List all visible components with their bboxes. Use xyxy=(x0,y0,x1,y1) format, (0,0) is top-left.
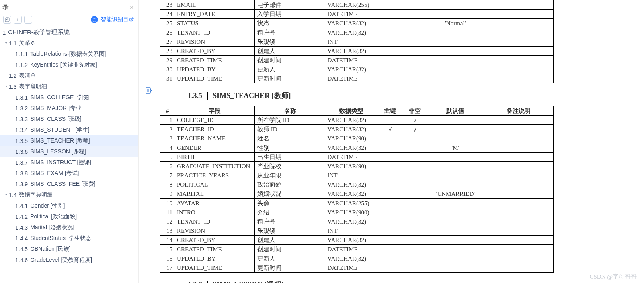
table-row: 17UPDATED_TIME更新时间DATETIME xyxy=(160,263,554,273)
table-row: 15CREATED_TIME创建时间DATETIME xyxy=(160,245,554,254)
table-row: 7PRACTICE_YEARS从业年限INT xyxy=(160,171,554,180)
tree-item-1-3-6[interactable]: 1.3.6SIMS_LESSON [课程] xyxy=(0,146,138,157)
table-row: 6GRADUATE_INSTITUTION毕业院校VARCHAR(90) xyxy=(160,162,554,171)
tree-item-1-3-4[interactable]: 1.3.4SIMS_STUDENT [学生] xyxy=(0,124,138,135)
table-row: 24ENTRY_DATE入学日期DATETIME xyxy=(160,10,554,19)
outline-tree: 1 CHINER-教学管理系统 ▾1.1关系图1.1.1TableRelatio… xyxy=(0,25,138,268)
table-row: 4GENDER性别VARCHAR(32)'M' xyxy=(160,143,554,153)
table-row: 25STATUS状态VARCHAR(32)'Normal' xyxy=(160,19,554,28)
document-pane[interactable]: 23EMAIL电子邮件VARCHAR(255)24ENTRY_DATE入学日期D… xyxy=(139,0,644,283)
table-row: 31UPDATED_TIME更新时间DATETIME xyxy=(160,74,554,83)
tree-root[interactable]: 1 CHINER-教学管理系统 xyxy=(0,27,138,38)
sidebar-title: 录 xyxy=(2,3,9,12)
close-icon[interactable]: ✕ xyxy=(129,4,134,11)
section-gutter-icon[interactable] xyxy=(145,87,152,95)
table-row: 13REVISION乐观锁INT xyxy=(160,226,554,236)
chevron-down-icon: ▾ xyxy=(3,41,9,45)
tree-item-1-3-5[interactable]: 1.3.5SIMS_TEACHER [教师] xyxy=(0,135,138,146)
table-row: 10AVATAR头像VARCHAR(255) xyxy=(160,199,554,208)
watermark: CSDN @字母哥哥 xyxy=(589,273,637,281)
svg-rect-0 xyxy=(5,18,9,22)
table-row: 3TEACHER_NAME姓名VARCHAR(90) xyxy=(160,134,554,143)
tree-item-1-4-5[interactable]: 1.4.5GBNation [民族] xyxy=(0,244,138,254)
table-row: 23EMAIL电子邮件VARCHAR(255) xyxy=(160,0,554,10)
table-row: 11INTRO介绍VARCHAR(900) xyxy=(160,208,554,217)
tree-item-1-3-1[interactable]: 1.3.1SIMS_COLLEGE [学院] xyxy=(0,92,138,103)
table-row: 16UPDATED_BY更新人VARCHAR(32) xyxy=(160,254,554,263)
tree-item-1-4-6[interactable]: 1.4.6GradeLevel [受教育程度] xyxy=(0,254,138,265)
tree-item-1-4-3[interactable]: 1.4.3Marital [婚姻状况] xyxy=(0,222,138,233)
table-row: 28CREATED_BY创建人VARCHAR(32) xyxy=(160,47,554,56)
chevron-down-icon: ▾ xyxy=(3,84,9,88)
tree-item-1-4-1[interactable]: 1.4.1Gender [性别] xyxy=(0,200,138,211)
tree-item-1-1-2[interactable]: 1.1.2KeyEntities-[关键业务对象] xyxy=(0,59,138,70)
tree-item-1-3-9[interactable]: 1.3.9SIMS_CLASS_FEE [班费] xyxy=(0,179,138,189)
table-row: 14CREATED_BY创建人VARCHAR(32) xyxy=(160,236,554,245)
section-heading-135: 1.3.5 SIMS_TEACHER [教师] xyxy=(188,91,644,100)
tree-item-1-4[interactable]: ▾1.4数据字典明细 xyxy=(0,189,138,200)
tree-item-1-2[interactable]: 1.2表清单 xyxy=(0,70,138,81)
smart-icon: ◌ xyxy=(91,16,98,23)
expand-button[interactable]: ＋ xyxy=(14,16,22,24)
tree-item-1-4-4[interactable]: 1.4.4StudentStatus [学生状态] xyxy=(0,233,138,244)
chevron-down-icon: ▾ xyxy=(3,192,9,197)
table-student-tail: 23EMAIL电子邮件VARCHAR(255)24ENTRY_DATE入学日期D… xyxy=(160,0,554,83)
outline-sidebar: 录 ✕ ＋ － ◌ 智能识别目录 1 CHINER-教学管理系统 ▾1.1关系图… xyxy=(0,0,139,283)
table-row: 1COLLEGE_ID所在学院 IDVARCHAR(32)√ xyxy=(160,116,554,125)
tree-item-1-3-3[interactable]: 1.3.3SIMS_CLASS [班级] xyxy=(0,114,138,124)
table-teacher: # 字段 名称 数据类型 主键 非空 默认值 备注说明 1COLLEGE_ID所… xyxy=(160,106,554,273)
tree-item-1-3-2[interactable]: 1.3.2SIMS_MAJOR [专业] xyxy=(0,103,138,114)
section-heading-136: 1.3.6 SIMS_LESSON [课程] xyxy=(188,280,644,283)
table-row: 30UPDATED_BY更新人VARCHAR(32) xyxy=(160,65,554,74)
table-header-row: # 字段 名称 数据类型 主键 非空 默认值 备注说明 xyxy=(160,106,554,116)
table-row: 8POLITICAL政治面貌VARCHAR(32) xyxy=(160,180,554,189)
tree-item-1-1-1[interactable]: 1.1.1TableRelations-[数据表关系图] xyxy=(0,49,138,59)
tree-item-1-1[interactable]: ▾1.1关系图 xyxy=(0,38,138,49)
tree-item-1-3[interactable]: ▾1.3表字段明细 xyxy=(0,81,138,92)
tree-item-1-3-8[interactable]: 1.3.8SIMS_EXAM [考试] xyxy=(0,168,138,179)
tree-item-1-4-2[interactable]: 1.4.2Political [政治面貌] xyxy=(0,211,138,222)
table-row: 26TENANT_ID租户号VARCHAR(32) xyxy=(160,28,554,37)
smart-label: 智能识别目录 xyxy=(100,16,134,23)
table-row: 5BIRTH出生日期DATETIME xyxy=(160,153,554,162)
table-row: 12TENANT_ID租户号VARCHAR(32) xyxy=(160,217,554,226)
table-row: 27REVISION乐观锁INT xyxy=(160,37,554,47)
table-row: 9MARITAL婚姻状况VARCHAR(32)'UNMARRIED' xyxy=(160,189,554,199)
collapse-button[interactable]: － xyxy=(24,16,32,24)
smart-detect-button[interactable]: ◌ 智能识别目录 xyxy=(91,16,134,23)
collapse-all-button[interactable] xyxy=(3,16,11,24)
table-row: 2TEACHER_ID教师 IDVARCHAR(32)√√ xyxy=(160,125,554,134)
table-row: 29CREATED_TIME创建时间DATETIME xyxy=(160,56,554,65)
tree-item-1-3-7[interactable]: 1.3.7SIMS_INSTRUCT [授课] xyxy=(0,157,138,168)
